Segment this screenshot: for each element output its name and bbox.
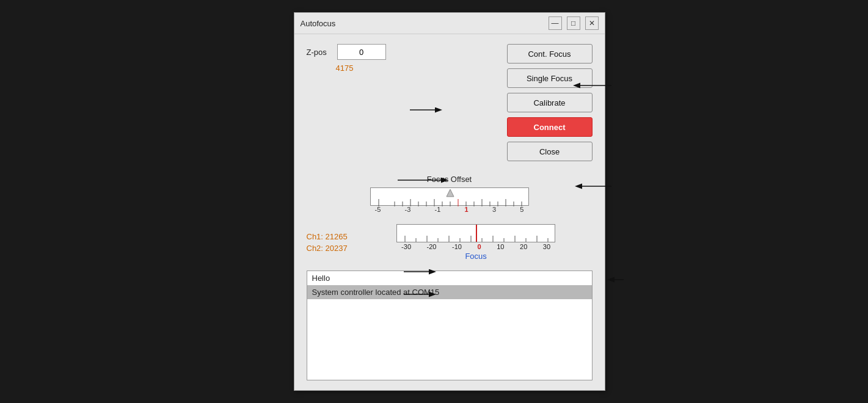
focus-offset-label: Focus Offset bbox=[307, 175, 593, 184]
focus-center-label: Focus bbox=[465, 252, 486, 261]
ch1-label: Ch1: 21265 bbox=[307, 232, 348, 241]
right-panel: Cont. Focus Single Focus Calibrate Conne… bbox=[507, 44, 593, 161]
tick-label-5: 5 bbox=[520, 206, 523, 213]
meter-labels: -30 -20 -10 0 10 20 30 bbox=[396, 243, 555, 250]
log-row-empty-2 bbox=[307, 311, 592, 324]
focus-offset-section: Focus Offset bbox=[307, 175, 593, 213]
zpos-input[interactable] bbox=[337, 44, 386, 60]
channels-section: Ch1: 21265 Ch2: 20237 bbox=[307, 224, 593, 261]
minimize-button[interactable]: — bbox=[549, 16, 562, 30]
calibrate-button[interactable]: Calibrate bbox=[507, 93, 593, 112]
autofocus-window: Autofocus — □ ✕ Z-pos 4175 bbox=[294, 12, 605, 391]
focus-meter: -30 -20 -10 0 10 20 30 Focus bbox=[360, 224, 593, 261]
title-bar: Autofocus — □ ✕ bbox=[294, 13, 605, 34]
connect-button[interactable]: Connect bbox=[507, 117, 593, 137]
ruler-track bbox=[370, 187, 529, 206]
tick-label-3: 3 bbox=[492, 206, 496, 213]
slider-container: -5 -3 -1 1 3 5 bbox=[307, 187, 593, 213]
tick-label-n5: -5 bbox=[375, 206, 381, 213]
meter-label-10: 10 bbox=[497, 243, 504, 250]
cont-focus-button[interactable]: Cont. Focus bbox=[507, 44, 593, 64]
log-row-1: System controller located at COM15 bbox=[307, 285, 592, 299]
log-section: Hello System controller located at COM15 bbox=[307, 270, 593, 380]
ch2-label: Ch2: 20237 bbox=[307, 244, 348, 253]
close-dialog-button[interactable]: Close bbox=[507, 142, 593, 161]
zpos-label: Z-pos bbox=[307, 48, 331, 57]
zpos-row: Z-pos bbox=[307, 44, 495, 60]
meter-label-n10: -10 bbox=[452, 243, 462, 250]
close-button[interactable]: ✕ bbox=[585, 16, 599, 30]
log-row-empty-3 bbox=[307, 324, 592, 336]
maximize-button[interactable]: □ bbox=[567, 16, 580, 30]
meter-label-30: 30 bbox=[543, 243, 550, 250]
zpos-sub-value: 4175 bbox=[336, 64, 495, 73]
meter-label-0: 0 bbox=[478, 243, 481, 250]
meter-label-n30: -30 bbox=[401, 243, 411, 250]
tick-label-1: 1 bbox=[465, 206, 469, 213]
tick-label-n3: -3 bbox=[405, 206, 411, 213]
window-content: Z-pos 4175 Cont. Focus Single Focus Cali… bbox=[294, 34, 605, 390]
log-row-empty-1 bbox=[307, 299, 592, 311]
single-focus-button[interactable]: Single Focus bbox=[507, 68, 593, 88]
ruler-marks: -5 -3 -1 1 3 5 bbox=[370, 206, 529, 213]
window-controls: — □ ✕ bbox=[549, 16, 599, 30]
channels-left: Ch1: 21265 Ch2: 20237 bbox=[307, 232, 348, 253]
window-title: Autofocus bbox=[301, 19, 336, 28]
meter-label-n20: -20 bbox=[427, 243, 437, 250]
meter-label-20: 20 bbox=[520, 243, 527, 250]
log-row-0: Hello bbox=[307, 271, 592, 285]
top-section: Z-pos 4175 Cont. Focus Single Focus Cali… bbox=[307, 44, 593, 161]
left-panel: Z-pos 4175 bbox=[307, 44, 495, 73]
meter-track bbox=[396, 224, 555, 242]
tick-label-n1: -1 bbox=[435, 206, 441, 213]
